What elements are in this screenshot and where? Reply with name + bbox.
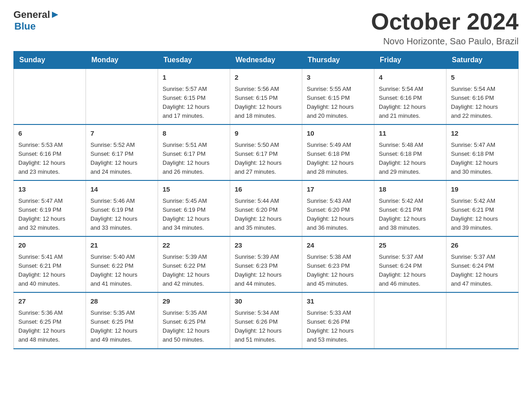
calendar-cell: 13Sunrise: 5:47 AMSunset: 6:19 PMDayligh… bbox=[14, 180, 86, 236]
calendar-table: SundayMondayTuesdayWednesdayThursdayFrid… bbox=[13, 51, 519, 349]
calendar-cell: 22Sunrise: 5:39 AMSunset: 6:22 PMDayligh… bbox=[158, 236, 230, 292]
day-number: 9 bbox=[235, 128, 297, 139]
calendar-cell: 28Sunrise: 5:35 AMSunset: 6:25 PMDayligh… bbox=[86, 292, 158, 348]
week-row-5: 27Sunrise: 5:36 AMSunset: 6:25 PMDayligh… bbox=[14, 292, 519, 348]
calendar-cell: 4Sunrise: 5:54 AMSunset: 6:16 PMDaylight… bbox=[374, 69, 446, 125]
day-number: 27 bbox=[18, 296, 81, 307]
day-info: Sunrise: 5:51 AMSunset: 6:17 PMDaylight:… bbox=[163, 141, 225, 177]
day-info: Sunrise: 5:39 AMSunset: 6:22 PMDaylight:… bbox=[163, 253, 225, 289]
calendar-cell: 12Sunrise: 5:47 AMSunset: 6:18 PMDayligh… bbox=[446, 124, 519, 180]
day-number: 26 bbox=[451, 240, 514, 251]
week-row-4: 20Sunrise: 5:41 AMSunset: 6:21 PMDayligh… bbox=[14, 236, 519, 292]
day-number: 6 bbox=[18, 128, 81, 139]
calendar-cell: 16Sunrise: 5:44 AMSunset: 6:20 PMDayligh… bbox=[230, 180, 302, 236]
calendar-cell: 11Sunrise: 5:48 AMSunset: 6:18 PMDayligh… bbox=[374, 124, 446, 180]
weekday-header-tuesday: Tuesday bbox=[158, 51, 230, 69]
calendar-cell: 8Sunrise: 5:51 AMSunset: 6:17 PMDaylight… bbox=[158, 124, 230, 180]
day-number: 16 bbox=[235, 184, 297, 195]
day-number: 31 bbox=[307, 296, 369, 307]
day-number: 2 bbox=[235, 73, 297, 83]
calendar-cell bbox=[14, 69, 86, 125]
day-info: Sunrise: 5:52 AMSunset: 6:17 PMDaylight:… bbox=[90, 141, 153, 177]
day-info: Sunrise: 5:38 AMSunset: 6:23 PMDaylight:… bbox=[307, 253, 369, 289]
weekday-header-saturday: Saturday bbox=[446, 51, 519, 69]
calendar-cell: 23Sunrise: 5:39 AMSunset: 6:23 PMDayligh… bbox=[230, 236, 302, 292]
day-info: Sunrise: 5:36 AMSunset: 6:25 PMDaylight:… bbox=[18, 308, 81, 345]
day-info: Sunrise: 5:35 AMSunset: 6:25 PMDaylight:… bbox=[163, 308, 225, 345]
calendar-cell: 2Sunrise: 5:56 AMSunset: 6:15 PMDaylight… bbox=[230, 69, 302, 125]
calendar-cell: 7Sunrise: 5:52 AMSunset: 6:17 PMDaylight… bbox=[86, 124, 158, 180]
day-number: 21 bbox=[90, 240, 153, 251]
calendar-cell: 1Sunrise: 5:57 AMSunset: 6:15 PMDaylight… bbox=[158, 69, 230, 125]
day-number: 7 bbox=[90, 128, 153, 139]
calendar-cell: 19Sunrise: 5:42 AMSunset: 6:21 PMDayligh… bbox=[446, 180, 519, 236]
month-title: October 2024 bbox=[371, 9, 519, 34]
day-info: Sunrise: 5:54 AMSunset: 6:16 PMDaylight:… bbox=[379, 85, 442, 121]
day-number: 22 bbox=[163, 240, 225, 251]
calendar-cell: 24Sunrise: 5:38 AMSunset: 6:23 PMDayligh… bbox=[302, 236, 374, 292]
day-number: 10 bbox=[307, 128, 369, 139]
day-number: 20 bbox=[18, 240, 81, 251]
day-number: 19 bbox=[451, 184, 514, 195]
weekday-header-sunday: Sunday bbox=[14, 51, 86, 69]
day-info: Sunrise: 5:41 AMSunset: 6:21 PMDaylight:… bbox=[18, 253, 81, 289]
day-info: Sunrise: 5:53 AMSunset: 6:16 PMDaylight:… bbox=[18, 141, 81, 177]
weekday-header-thursday: Thursday bbox=[302, 51, 374, 69]
day-info: Sunrise: 5:42 AMSunset: 6:21 PMDaylight:… bbox=[379, 197, 442, 233]
calendar-cell: 29Sunrise: 5:35 AMSunset: 6:25 PMDayligh… bbox=[158, 292, 230, 348]
weekday-header-wednesday: Wednesday bbox=[230, 51, 302, 69]
day-number: 24 bbox=[307, 240, 369, 251]
calendar-cell: 20Sunrise: 5:41 AMSunset: 6:21 PMDayligh… bbox=[14, 236, 86, 292]
calendar-cell: 14Sunrise: 5:46 AMSunset: 6:19 PMDayligh… bbox=[86, 180, 158, 236]
day-info: Sunrise: 5:46 AMSunset: 6:19 PMDaylight:… bbox=[90, 197, 153, 233]
calendar-cell: 10Sunrise: 5:49 AMSunset: 6:18 PMDayligh… bbox=[302, 124, 374, 180]
calendar-cell: 6Sunrise: 5:53 AMSunset: 6:16 PMDaylight… bbox=[14, 124, 86, 180]
day-info: Sunrise: 5:47 AMSunset: 6:19 PMDaylight:… bbox=[18, 197, 81, 233]
day-number: 8 bbox=[163, 128, 225, 139]
title-block: October 2024 Novo Horizonte, Sao Paulo, … bbox=[371, 9, 519, 47]
day-info: Sunrise: 5:37 AMSunset: 6:24 PMDaylight:… bbox=[379, 253, 442, 289]
calendar-cell: 31Sunrise: 5:33 AMSunset: 6:26 PMDayligh… bbox=[302, 292, 374, 348]
day-number: 4 bbox=[379, 73, 442, 83]
location-text: Novo Horizonte, Sao Paulo, Brazil bbox=[371, 36, 519, 47]
day-number: 1 bbox=[163, 73, 225, 83]
day-info: Sunrise: 5:55 AMSunset: 6:15 PMDaylight:… bbox=[307, 85, 369, 121]
day-info: Sunrise: 5:50 AMSunset: 6:17 PMDaylight:… bbox=[235, 141, 297, 177]
day-number: 18 bbox=[379, 184, 442, 195]
logo-blue-text: Blue bbox=[14, 21, 36, 32]
day-info: Sunrise: 5:57 AMSunset: 6:15 PMDaylight:… bbox=[163, 85, 225, 121]
page-header: General Blue October 2024 Novo Horizonte… bbox=[13, 9, 519, 47]
day-info: Sunrise: 5:49 AMSunset: 6:18 PMDaylight:… bbox=[307, 141, 369, 177]
day-info: Sunrise: 5:44 AMSunset: 6:20 PMDaylight:… bbox=[235, 197, 297, 233]
calendar-cell: 21Sunrise: 5:40 AMSunset: 6:22 PMDayligh… bbox=[86, 236, 158, 292]
day-info: Sunrise: 5:48 AMSunset: 6:18 PMDaylight:… bbox=[379, 141, 442, 177]
calendar-cell: 27Sunrise: 5:36 AMSunset: 6:25 PMDayligh… bbox=[14, 292, 86, 348]
day-number: 28 bbox=[90, 296, 153, 307]
calendar-cell: 25Sunrise: 5:37 AMSunset: 6:24 PMDayligh… bbox=[374, 236, 446, 292]
day-number: 3 bbox=[307, 73, 369, 83]
day-number: 5 bbox=[451, 73, 514, 83]
week-row-2: 6Sunrise: 5:53 AMSunset: 6:16 PMDaylight… bbox=[14, 124, 519, 180]
calendar-cell bbox=[446, 292, 519, 348]
day-number: 13 bbox=[18, 184, 81, 195]
day-number: 14 bbox=[90, 184, 153, 195]
day-info: Sunrise: 5:47 AMSunset: 6:18 PMDaylight:… bbox=[451, 141, 514, 177]
weekday-header-monday: Monday bbox=[86, 51, 158, 69]
logo-arrow-icon bbox=[50, 10, 60, 20]
day-info: Sunrise: 5:40 AMSunset: 6:22 PMDaylight:… bbox=[90, 253, 153, 289]
calendar-cell: 30Sunrise: 5:34 AMSunset: 6:26 PMDayligh… bbox=[230, 292, 302, 348]
day-info: Sunrise: 5:37 AMSunset: 6:24 PMDaylight:… bbox=[451, 253, 514, 289]
day-number: 25 bbox=[379, 240, 442, 251]
svg-marker-0 bbox=[52, 12, 58, 18]
day-info: Sunrise: 5:42 AMSunset: 6:21 PMDaylight:… bbox=[451, 197, 514, 233]
calendar-cell bbox=[86, 69, 158, 125]
day-number: 17 bbox=[307, 184, 369, 195]
day-info: Sunrise: 5:45 AMSunset: 6:19 PMDaylight:… bbox=[163, 197, 225, 233]
day-number: 29 bbox=[163, 296, 225, 307]
week-row-3: 13Sunrise: 5:47 AMSunset: 6:19 PMDayligh… bbox=[14, 180, 519, 236]
day-number: 23 bbox=[235, 240, 297, 251]
day-number: 15 bbox=[163, 184, 225, 195]
day-info: Sunrise: 5:35 AMSunset: 6:25 PMDaylight:… bbox=[90, 308, 153, 345]
day-info: Sunrise: 5:54 AMSunset: 6:16 PMDaylight:… bbox=[451, 85, 514, 121]
day-number: 11 bbox=[379, 128, 442, 139]
